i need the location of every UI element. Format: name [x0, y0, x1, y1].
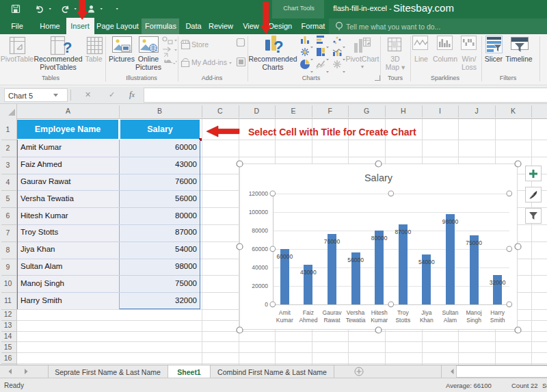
svg-text:?: ?	[63, 39, 72, 56]
svg-text:?: ?	[274, 38, 284, 55]
